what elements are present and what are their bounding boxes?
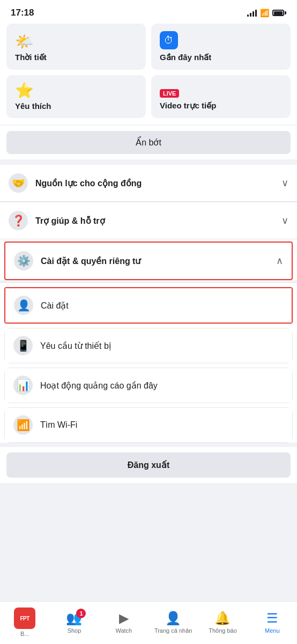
watch-icon: ▶ [119, 611, 129, 626]
yeu-cau-label: Yêu cầu từ thiết bị [40, 341, 111, 351]
tab-item-watch[interactable]: ▶ Watch [99, 606, 148, 634]
tab-bar: FPT B... 👥 1 Shop ▶ Watch 👤 Trang cá nhâ… [0, 601, 297, 644]
logout-section: Đăng xuất [0, 447, 297, 483]
menu-sections: 🤝 Nguồn lực cho cộng đồng ∨ ❓ Trợ giúp &… [0, 165, 297, 239]
wifi-icon: 📶 [260, 9, 269, 17]
tile-label-thoi-tiet: Thời tiết [15, 53, 137, 62]
sub-item-hoat-dong-wrapper: 📊 Hoạt động quảng cáo gần đây [4, 368, 293, 403]
bottom-spacer [0, 483, 297, 531]
sub-item-wifi-wrapper: 📶 Tìm Wi-Fi [4, 407, 293, 443]
tile-label-video-truc-tiep: Video trực tiếp [160, 101, 282, 111]
tab-label-watch: Watch [115, 627, 132, 634]
hoat-dong-label: Hoạt động quảng cáo gần đây [40, 380, 158, 391]
bell-icon: 🔔 [214, 611, 231, 626]
recent-icon: ⏱ [160, 31, 178, 49]
tab-item-friends[interactable]: 👥 1 Shop [49, 606, 99, 634]
menu-item-cai-dat-quyen[interactable]: ⚙️ Cài đặt & quyền riêng tư ∧ [5, 243, 292, 279]
battery-icon [272, 10, 286, 16]
cai-dat-icon: 👤 [14, 296, 33, 315]
tile-label-yeu-thich: Yêu thích [15, 101, 137, 111]
live-badge: LIVE [160, 89, 179, 98]
tim-wifi-label: Tìm Wi-Fi [40, 420, 77, 430]
friends-badge: 1 [76, 609, 86, 618]
favorite-icon: ⭐ [15, 83, 137, 98]
sub-items-section: 👤 Cài đặt 📱 Yêu cầu từ thiết bị 📊 Hoạt đ… [0, 282, 297, 443]
menu-item-nguon-luc-left: 🤝 Nguồn lực cho cộng đồng [9, 173, 142, 193]
menu-item-tro-giup-left: ❓ Trợ giúp & hỗ trợ [9, 211, 105, 230]
menu-item-tro-giup[interactable]: ❓ Trợ giúp & hỗ trợ ∨ [0, 202, 297, 239]
tab-item-profile[interactable]: 👤 Trang cá nhân [148, 606, 198, 634]
menu-icon: ☰ [266, 611, 278, 626]
cai-dat-quyen-title: Cài đặt & quyền riêng tư [41, 256, 140, 266]
tiles-grid: 🌤️ Thời tiết ⏱ Gần đây nhất ⭐ Yêu thích … [6, 24, 291, 118]
hoat-dong-icon: 📊 [13, 376, 33, 395]
tab-item-notification[interactable]: 🔔 Thông báo [198, 606, 247, 634]
tro-giup-chevron: ∨ [281, 215, 288, 226]
tro-giup-icon: ❓ [9, 211, 28, 230]
weather-icon: 🌤️ [15, 34, 137, 49]
sub-item-yeu-cau[interactable]: 📱 Yêu cầu từ thiết bị [5, 328, 292, 363]
tab-label-friends: Shop [68, 627, 81, 634]
tab-label-menu: Menu [265, 627, 280, 634]
an-bot-section: Ẩn bớt [0, 126, 297, 159]
tab-label-home: B... [20, 631, 29, 637]
tab-label-profile: Trang cá nhân [154, 627, 192, 634]
profile-icon: 👤 [165, 611, 181, 626]
tile-label-gan-day-nhat: Gần đây nhất [160, 53, 282, 62]
tile-thoi-tiet[interactable]: 🌤️ Thời tiết [6, 24, 146, 70]
yeu-cau-icon: 📱 [13, 336, 33, 355]
tile-gan-day-nhat[interactable]: ⏱ Gần đây nhất [151, 24, 291, 70]
sub-item-yeu-cau-wrapper: 📱 Yêu cầu từ thiết bị [4, 328, 293, 363]
section-divider-1 [0, 159, 297, 164]
tiles-section: 🌤️ Thời tiết ⏱ Gần đây nhất ⭐ Yêu thích … [0, 24, 297, 125]
cai-dat-highlighted: 👤 Cài đặt [4, 287, 293, 324]
cai-dat-label: Cài đặt [41, 301, 69, 311]
fpt-logo-icon: FPT [14, 608, 35, 629]
sub-item-tim-wifi[interactable]: 📶 Tìm Wi-Fi [5, 408, 292, 442]
signal-icon [247, 9, 257, 17]
an-bot-button[interactable]: Ẩn bớt [6, 131, 291, 154]
menu-item-nguon-luc[interactable]: 🤝 Nguồn lực cho cộng đồng ∨ [0, 165, 297, 202]
nguon-luc-icon: 🤝 [9, 173, 28, 193]
sub-item-hoat-dong[interactable]: 📊 Hoạt động quảng cáo gần đây [5, 368, 292, 402]
cai-dat-quyen-wrapper: ⚙️ Cài đặt & quyền riêng tư ∧ [4, 241, 293, 280]
tile-yeu-thich[interactable]: ⭐ Yêu thích [6, 75, 146, 118]
cai-dat-quyen-icon: ⚙️ [14, 251, 33, 270]
tim-wifi-icon: 📶 [13, 415, 33, 435]
sub-item-cai-dat[interactable]: 👤 Cài đặt [5, 288, 292, 323]
status-time: 17:18 [11, 8, 34, 18]
tile-video-truc-tiep[interactable]: LIVE Video trực tiếp [151, 75, 291, 118]
menu-item-cai-dat-quyen-left: ⚙️ Cài đặt & quyền riêng tư [14, 251, 140, 270]
cai-dat-quyen-chevron: ∧ [276, 255, 283, 267]
logout-button[interactable]: Đăng xuất [6, 452, 291, 478]
nguon-luc-title: Nguồn lực cho cộng đồng [35, 178, 142, 188]
tro-giup-title: Trợ giúp & hỗ trợ [35, 216, 105, 226]
nguon-luc-chevron: ∨ [281, 177, 288, 189]
tab-item-menu[interactable]: ☰ Menu [248, 606, 297, 634]
tab-label-notification: Thông báo [209, 627, 237, 634]
status-bar: 17:18 📶 [0, 0, 297, 24]
status-icons: 📶 [247, 9, 286, 17]
tab-item-home[interactable]: FPT B... [0, 603, 49, 637]
